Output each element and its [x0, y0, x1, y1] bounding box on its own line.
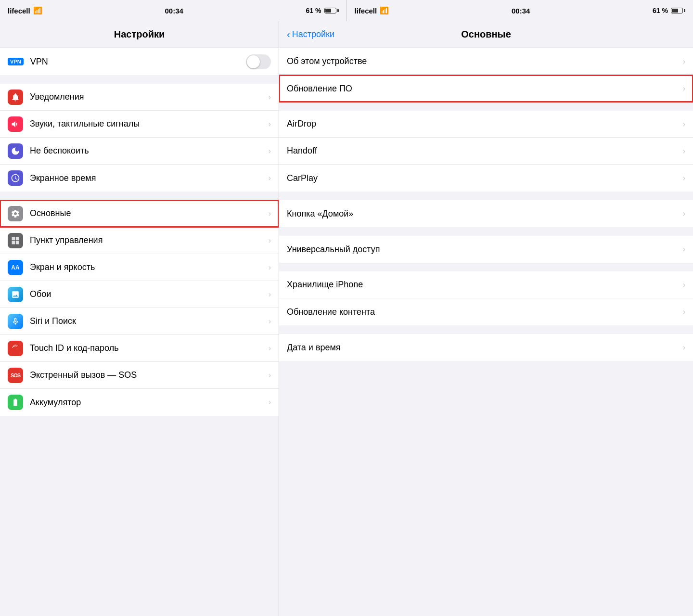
display-chevron: › — [269, 263, 271, 272]
sos-icon: SOS — [8, 368, 23, 383]
siri-label: Siri и Поиск — [30, 316, 265, 326]
settings-item-notifications[interactable]: Уведомления › — [0, 84, 279, 111]
back-button[interactable]: ‹ Настройки — [287, 29, 334, 40]
main-content: Настройки VPN VPN — [0, 21, 693, 616]
settings-item-control-center[interactable]: Пункт управления › — [0, 227, 279, 254]
wifi-icon-right: 📶 — [380, 6, 389, 15]
battery-chevron: › — [269, 398, 271, 407]
right-item-storage[interactable]: Хранилище iPhone › — [279, 271, 693, 298]
general-icon — [8, 206, 23, 221]
home-button-chevron: › — [683, 209, 685, 218]
dnd-label: Не беспокоить — [30, 146, 265, 156]
touchid-icon — [8, 341, 23, 356]
vpn-label-text: VPN — [30, 57, 246, 67]
battery-pct-left: 61 % — [306, 7, 321, 14]
vpn-toggle-knob — [247, 55, 260, 68]
settings-item-wallpaper[interactable]: Обои › — [0, 281, 279, 308]
siri-icon — [8, 314, 23, 329]
accessibility-label: Универсальный доступ — [287, 244, 683, 255]
dnd-icon — [8, 143, 23, 159]
touchid-chevron: › — [269, 344, 271, 353]
storage-label: Хранилище iPhone — [287, 280, 683, 290]
vpn-toggle[interactable] — [246, 54, 271, 69]
section-notifications: Уведомления › Звуки, тактильные сигналы … — [0, 84, 279, 192]
battery-icon-right — [671, 8, 685, 13]
screentime-icon — [8, 170, 23, 186]
home-button-label: Кнопка «Домой» — [287, 209, 683, 219]
carplay-label: CarPlay — [287, 173, 683, 183]
right-item-content-update[interactable]: Обновление контента › — [279, 298, 693, 325]
right-item-datetime[interactable]: Дата и время › — [279, 334, 693, 361]
settings-item-touchid[interactable]: Touch ID и код-пароль › — [0, 335, 279, 362]
right-section-2: AirDrop › Handoff › CarPlay › — [279, 111, 693, 192]
vpn-section: VPN VPN — [0, 48, 279, 75]
right-section-6: Дата и время › — [279, 334, 693, 361]
settings-item-dnd[interactable]: Не беспокоить › — [0, 138, 279, 165]
control-center-label: Пункт управления — [30, 235, 265, 245]
content-update-chevron: › — [683, 308, 685, 316]
screentime-label: Экранное время — [30, 173, 265, 183]
right-item-about[interactable]: Об этом устройстве › — [279, 48, 693, 75]
right-section-3: Кнопка «Домой» › — [279, 200, 693, 227]
sounds-icon — [8, 116, 23, 132]
right-item-accessibility[interactable]: Универсальный доступ › — [279, 236, 693, 263]
right-section-gap-5 — [279, 325, 693, 334]
settings-item-general[interactable]: Основные › — [0, 200, 279, 227]
sos-chevron: › — [269, 371, 271, 380]
right-item-airdrop[interactable]: AirDrop › — [279, 111, 693, 138]
right-item-carplay[interactable]: CarPlay › — [279, 165, 693, 192]
left-panel: Настройки VPN VPN — [0, 21, 279, 616]
sounds-label: Звуки, тактильные сигналы — [30, 119, 265, 129]
battery-icon-left — [324, 8, 339, 13]
wifi-icon-left: 📶 — [33, 6, 42, 15]
status-bar: lifecell 📶 00:34 61 % lifecell 📶 00:34 6… — [0, 0, 693, 21]
status-right-carrier: lifecell 📶 — [355, 6, 389, 15]
software-update-label: Обновление ПО — [287, 84, 683, 94]
right-item-handoff[interactable]: Handoff › — [279, 138, 693, 165]
notifications-icon — [8, 90, 23, 105]
wallpaper-label: Обои — [30, 289, 265, 299]
status-left-info: lifecell 📶 — [8, 6, 42, 15]
right-item-software-update[interactable]: Обновление ПО › — [279, 75, 693, 102]
section-general: Основные › Пункт управления › AA Экран и… — [0, 200, 279, 416]
battery-settings-icon — [8, 395, 23, 410]
accessibility-chevron: › — [683, 245, 685, 254]
status-bar-right: lifecell 📶 00:34 61 % — [346, 0, 693, 21]
airdrop-label: AirDrop — [287, 119, 683, 129]
carrier-right: lifecell — [355, 7, 377, 15]
left-panel-header: Настройки — [0, 21, 279, 48]
settings-item-vpn[interactable]: VPN VPN — [0, 48, 279, 75]
wallpaper-chevron: › — [269, 290, 271, 299]
time-right: 00:34 — [512, 7, 530, 15]
settings-item-siri[interactable]: Siri и Поиск › — [0, 308, 279, 335]
notifications-label: Уведомления — [30, 92, 265, 102]
dnd-chevron: › — [269, 147, 271, 155]
right-section-gap-2 — [279, 192, 693, 200]
left-settings-list[interactable]: VPN VPN Уведомления › — [0, 48, 279, 616]
right-panel-header: ‹ Настройки Основные — [279, 21, 693, 48]
control-center-icon — [8, 233, 23, 248]
settings-item-sounds[interactable]: Звуки, тактильные сигналы › — [0, 111, 279, 138]
sounds-chevron: › — [269, 120, 271, 128]
settings-item-display[interactable]: AA Экран и яркость › — [0, 254, 279, 281]
general-label: Основные — [30, 208, 265, 218]
wallpaper-icon — [8, 287, 23, 302]
right-item-home-button[interactable]: Кнопка «Домой» › — [279, 200, 693, 227]
right-settings-list[interactable]: Об этом устройстве › Обновление ПО › Air… — [279, 48, 693, 616]
sos-label: Экстренный вызов — SOS — [30, 370, 265, 380]
right-section-4: Универсальный доступ › — [279, 236, 693, 263]
storage-chevron: › — [683, 281, 685, 289]
settings-item-battery[interactable]: Аккумулятор › — [0, 389, 279, 416]
general-chevron: › — [269, 209, 271, 218]
settings-item-screentime[interactable]: Экранное время › — [0, 165, 279, 192]
right-section-gap-3 — [279, 227, 693, 236]
right-section-5: Хранилище iPhone › Обновление контента › — [279, 271, 693, 325]
back-label-text[interactable]: Настройки — [292, 29, 334, 39]
right-section-gap-4 — [279, 263, 693, 271]
software-update-chevron: › — [683, 84, 685, 93]
back-chevron-icon: ‹ — [287, 29, 290, 40]
right-section-gap-1 — [279, 102, 693, 111]
carrier-left: lifecell — [8, 7, 30, 15]
section-gap-1 — [0, 75, 279, 84]
settings-item-sos[interactable]: SOS Экстренный вызов — SOS › — [0, 362, 279, 389]
